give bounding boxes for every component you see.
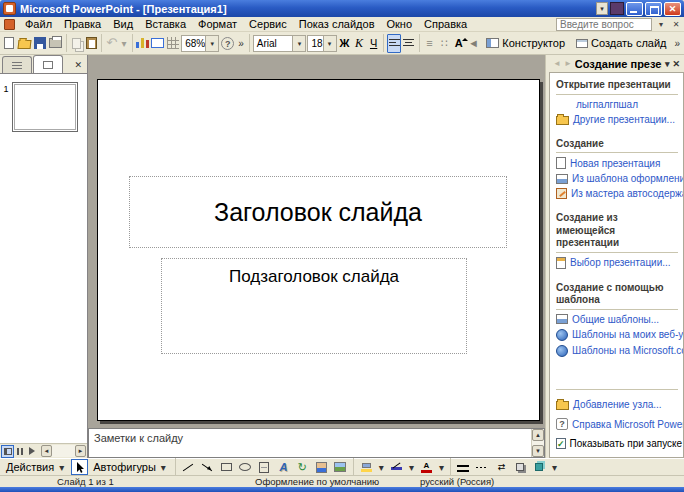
diagram-button[interactable]: ↻ [294, 459, 311, 475]
oval-tool-button[interactable] [237, 459, 254, 475]
new-button[interactable] [2, 34, 16, 53]
taskpane-close-icon[interactable]: ✕ [672, 59, 680, 69]
bullets-button[interactable]: ∷ [437, 34, 451, 53]
zoom-combobox[interactable]: 68% ▾ [181, 35, 219, 52]
three-d-style-button[interactable] [531, 459, 548, 475]
line-style-button[interactable] [455, 459, 472, 475]
normal-view-button[interactable] [1, 445, 14, 458]
chart-button[interactable] [136, 34, 150, 53]
toolbar-overflow-button[interactable]: » [236, 38, 246, 49]
slideshow-button[interactable] [27, 445, 40, 458]
copy-button[interactable] [70, 34, 84, 53]
dropdown-arrow-icon[interactable]: ▾ [437, 462, 446, 473]
drawing-overflow-icon[interactable]: ▾ [550, 462, 559, 473]
menu-file[interactable]: Файл [19, 17, 58, 31]
grid-button[interactable] [166, 34, 180, 53]
line-tool-button[interactable] [180, 459, 197, 475]
align-center-button[interactable] [402, 34, 416, 53]
help-button[interactable]: ? [220, 34, 235, 53]
language-indicator[interactable]: русский (Россия) [420, 476, 494, 487]
powerpoint-app-icon[interactable] [3, 2, 16, 15]
fill-color-button[interactable] [358, 459, 375, 475]
slide-title-placeholder[interactable]: Заголовок слайда [129, 176, 507, 248]
numbering-button[interactable]: ≡ [423, 34, 437, 53]
underline-button[interactable]: Ч [367, 34, 381, 53]
table-button[interactable] [150, 34, 165, 53]
scroll-left-button[interactable]: ◄ [41, 445, 52, 457]
menu-help[interactable]: Справка [418, 17, 473, 31]
question-dropdown-icon[interactable]: ▾ [655, 20, 667, 29]
menu-format[interactable]: Формат [192, 17, 243, 31]
arrow-tool-button[interactable] [199, 459, 216, 475]
general-templates-link[interactable]: Общие шаблоны... [556, 314, 678, 325]
slide-sorter-view-button[interactable] [14, 445, 27, 458]
outline-tab[interactable] [2, 56, 32, 73]
taskpane-forward-icon[interactable]: ► [564, 59, 572, 68]
add-network-place-link[interactable]: Добавление узла... [556, 399, 678, 410]
taskpane-back-icon[interactable]: ◄ [553, 59, 561, 68]
insert-picture-button[interactable] [332, 459, 349, 475]
close-button[interactable]: ✕ [664, 2, 681, 16]
rectangle-tool-button[interactable] [218, 459, 235, 475]
from-autocontent-wizard-link[interactable]: Из мастера автосодержания [556, 188, 678, 199]
decrease-indent-button[interactable]: ◄ [467, 34, 481, 53]
question-close-icon[interactable]: ✕ [670, 20, 682, 29]
menu-insert[interactable]: Вставка [139, 17, 192, 31]
notes-pane[interactable]: Заметки к слайду ▲ ▼ [88, 428, 545, 458]
undo-button[interactable]: ↶ [105, 34, 119, 53]
show-at-startup-checkbox[interactable]: ✓ [556, 438, 566, 449]
select-tool-button[interactable] [71, 459, 88, 475]
dropdown-arrow-icon[interactable]: ▾ [377, 462, 386, 473]
toolbar-overflow-button[interactable]: » [672, 38, 682, 49]
restore-button[interactable] [645, 2, 662, 16]
save-button[interactable] [33, 34, 47, 53]
align-left-button[interactable] [387, 34, 401, 53]
new-presentation-link[interactable]: Новая презентация [556, 157, 678, 169]
slide-subtitle-placeholder[interactable]: Подзаголовок слайда [161, 258, 467, 354]
slide-canvas[interactable]: Заголовок слайда Подзаголовок слайда [97, 79, 540, 421]
arrow-style-button[interactable]: ⇄ [493, 459, 510, 475]
theme-name[interactable]: Оформление по умолчанию [255, 476, 379, 487]
horizontal-scrollbar[interactable]: ◄ ► [41, 445, 86, 458]
titlebar-window-icon-button[interactable] [610, 2, 624, 15]
from-design-template-link[interactable]: Из шаблона оформления [556, 173, 678, 184]
italic-button[interactable]: К [352, 34, 366, 53]
bold-button[interactable]: Ж [338, 34, 352, 53]
print-button[interactable] [48, 34, 63, 53]
menu-slideshow[interactable]: Показ слайдов [293, 17, 381, 31]
microsoft-templates-link[interactable]: Шаблоны на Microsoft.com [556, 345, 678, 357]
titlebar-dropdown-button[interactable]: ▾ [596, 2, 608, 15]
draw-menu-button[interactable]: Действия ▾ [3, 459, 69, 475]
scroll-track[interactable] [52, 445, 75, 457]
panel-close-icon[interactable]: ✕ [74, 60, 85, 73]
powerpoint-help-link[interactable]: ? Справка Microsoft PowerPoint [556, 418, 678, 430]
font-size-combobox[interactable]: 18 ▾ [307, 35, 336, 52]
taskpane-dropdown-icon[interactable]: ▾ [665, 59, 670, 69]
document-icon[interactable] [4, 19, 15, 30]
notes-scroll-up-button[interactable]: ▲ [532, 429, 544, 441]
dropdown-arrow-icon[interactable]: ▾ [407, 462, 416, 473]
font-combobox[interactable]: Arial ▾ [253, 35, 307, 52]
slides-tab[interactable] [33, 55, 63, 73]
open-button[interactable] [17, 34, 32, 53]
show-at-startup-option[interactable]: ✓ Показывать при запуске [556, 438, 678, 449]
menu-tools[interactable]: Сервис [243, 17, 293, 31]
undo-dropdown-icon[interactable]: ▾ [120, 38, 129, 49]
recent-presentation-link[interactable]: лыгпалгпшал [576, 99, 678, 110]
design-button[interactable]: Конструктор [481, 34, 570, 53]
increase-font-button[interactable]: А [452, 34, 466, 53]
dash-style-button[interactable] [474, 459, 491, 475]
autoshapes-menu-button[interactable]: Автофигуры ▾ [90, 459, 171, 475]
new-slide-button[interactable]: Создать слайд [571, 34, 671, 53]
notes-scroll-down-button[interactable]: ▼ [532, 445, 544, 457]
choose-presentation-link[interactable]: Выбор презентации... [556, 257, 678, 269]
other-presentations-link[interactable]: Другие презентации... [556, 114, 678, 125]
scroll-right-button[interactable]: ► [75, 445, 86, 457]
question-input[interactable] [556, 18, 652, 31]
notes-scrollbar[interactable]: ▲ ▼ [531, 429, 544, 457]
web-templates-link[interactable]: Шаблоны на моих веб-узлах... [556, 329, 678, 341]
menu-edit[interactable]: Правка [58, 17, 107, 31]
line-color-button[interactable] [388, 459, 405, 475]
shadow-style-button[interactable] [512, 459, 529, 475]
font-color-button[interactable]: A [418, 459, 435, 475]
